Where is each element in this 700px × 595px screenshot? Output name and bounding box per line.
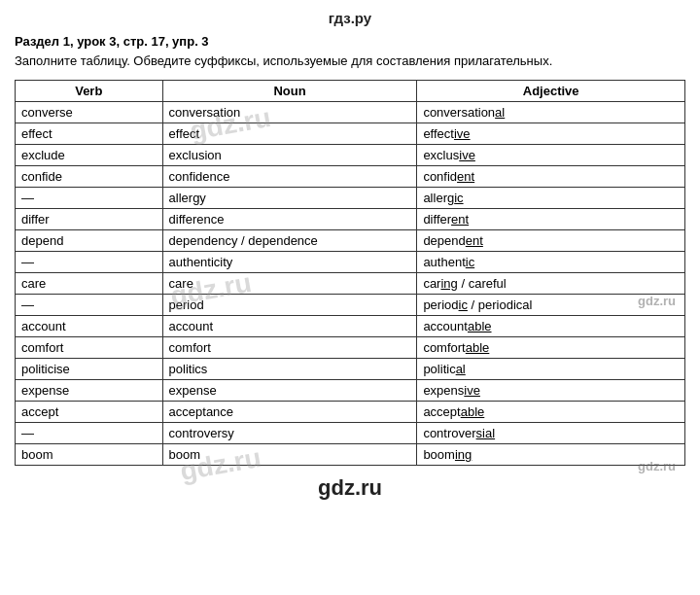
cell-noun: dependency / dependence	[162, 230, 417, 252]
cell-adjective: booming	[417, 444, 685, 466]
cell-noun: effect	[162, 123, 417, 145]
cell-noun: account	[162, 316, 417, 337]
header-adjective: Adjective	[417, 81, 685, 102]
table-row: excludeexclusionexclusive	[16, 145, 685, 166]
table-row: effecteffecteffective	[16, 123, 685, 145]
cell-verb: —	[16, 423, 163, 444]
cell-verb: care	[16, 273, 163, 295]
cell-adjective: acceptable	[417, 402, 685, 423]
cell-noun: exclusion	[162, 145, 417, 166]
cell-adjective: political	[417, 359, 685, 380]
cell-adjective: accountable	[417, 316, 685, 337]
cell-verb: accept	[16, 402, 163, 423]
table-row: —allergyallergic	[16, 188, 685, 209]
vocabulary-table: Verb Noun Adjective converseconversation…	[15, 80, 685, 466]
table-row: —authenticityauthentic	[16, 252, 685, 273]
table-row: boomboombooming	[16, 444, 685, 466]
table-row: comfortcomfortcomfortable	[16, 337, 685, 359]
cell-adjective: allergic	[417, 188, 685, 209]
cell-adjective: comfortable	[417, 337, 685, 359]
table-row: —periodperiodic / periodical	[16, 295, 685, 316]
table-row: dependdependency / dependencedependent	[16, 230, 685, 252]
table-row: carecarecaring / careful	[16, 273, 685, 295]
cell-noun: controversy	[162, 423, 417, 444]
cell-noun: allergy	[162, 188, 417, 209]
table-row: expenseexpenseexpensive	[16, 380, 685, 402]
table-row: —controversycontroversial	[16, 423, 685, 444]
cell-verb: boom	[16, 444, 163, 466]
cell-verb: —	[16, 295, 163, 316]
cell-noun: authenticity	[162, 252, 417, 273]
cell-verb: —	[16, 188, 163, 209]
instructions: Заполните таблицу. Обведите суффиксы, ис…	[15, 52, 685, 70]
cell-noun: acceptance	[162, 402, 417, 423]
cell-verb: account	[16, 316, 163, 337]
site-title-bottom: gdz.ru	[15, 475, 685, 501]
cell-verb: comfort	[16, 337, 163, 359]
cell-noun: conversation	[162, 102, 417, 123]
cell-noun: difference	[162, 209, 417, 230]
cell-adjective: different	[417, 209, 685, 230]
cell-verb: politicise	[16, 359, 163, 380]
cell-adjective: authentic	[417, 252, 685, 273]
table-row: politicisepoliticspolitical	[16, 359, 685, 380]
cell-noun: care	[162, 273, 417, 295]
cell-verb: depend	[16, 230, 163, 252]
header-verb: Verb	[16, 81, 163, 102]
cell-adjective: periodic / periodical	[417, 295, 685, 316]
table-row: accountaccountaccountable	[16, 316, 685, 337]
cell-adjective: effective	[417, 123, 685, 145]
cell-noun: politics	[162, 359, 417, 380]
cell-adjective: conversational	[417, 102, 685, 123]
cell-noun: boom	[162, 444, 417, 466]
cell-verb: confide	[16, 166, 163, 188]
cell-adjective: expensive	[417, 380, 685, 402]
site-title-top: гдз.ру	[15, 10, 685, 26]
cell-verb: differ	[16, 209, 163, 230]
cell-noun: period	[162, 295, 417, 316]
cell-verb: effect	[16, 123, 163, 145]
cell-noun: comfort	[162, 337, 417, 359]
cell-adjective: confident	[417, 166, 685, 188]
cell-adjective: exclusive	[417, 145, 685, 166]
cell-noun: expense	[162, 380, 417, 402]
cell-verb: exclude	[16, 145, 163, 166]
table-row: converseconversationconversational	[16, 102, 685, 123]
header-noun: Noun	[162, 81, 417, 102]
cell-adjective: dependent	[417, 230, 685, 252]
cell-verb: converse	[16, 102, 163, 123]
cell-noun: confidence	[162, 166, 417, 188]
section-title: Раздел 1, урок 3, стр. 17, упр. 3	[15, 34, 685, 49]
table-row: acceptacceptanceacceptable	[16, 402, 685, 423]
table-row: confideconfidenceconfident	[16, 166, 685, 188]
cell-adjective: caring / careful	[417, 273, 685, 295]
table-row: differdifferencedifferent	[16, 209, 685, 230]
cell-verb: —	[16, 252, 163, 273]
cell-adjective: controversial	[417, 423, 685, 444]
cell-verb: expense	[16, 380, 163, 402]
